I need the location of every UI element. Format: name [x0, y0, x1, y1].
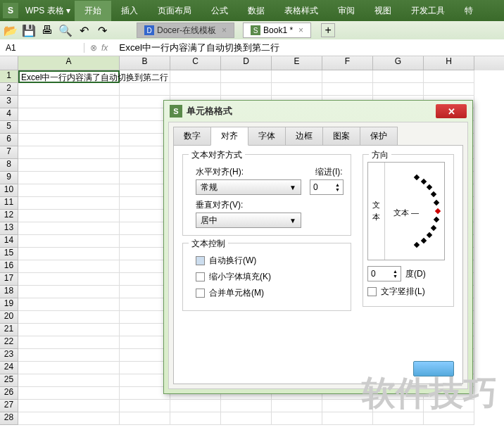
cell[interactable] — [18, 146, 120, 159]
row-header[interactable]: 23 — [0, 349, 18, 362]
cell[interactable] — [272, 412, 322, 425]
merge-checkbox-row[interactable]: 合并单元格(M) — [196, 287, 344, 299]
spin-up-icon[interactable]: ▲ — [393, 269, 398, 274]
cell[interactable] — [170, 412, 221, 425]
cell[interactable] — [18, 96, 120, 108]
row-header[interactable]: 17 — [0, 273, 18, 286]
tab-border[interactable]: 边框 — [285, 127, 323, 146]
cell[interactable] — [18, 311, 120, 324]
cell[interactable] — [120, 412, 170, 425]
formula-input[interactable] — [113, 42, 504, 53]
row-header[interactable]: 19 — [0, 298, 18, 311]
cell[interactable] — [424, 70, 474, 83]
row-header[interactable]: 1 — [0, 70, 18, 83]
open-icon[interactable]: 📂 — [4, 24, 17, 37]
cell[interactable] — [170, 400, 221, 412]
cell[interactable] — [272, 400, 322, 412]
row-header[interactable]: 18 — [0, 286, 18, 298]
cell[interactable] — [18, 273, 120, 286]
row-header[interactable]: 9 — [0, 172, 18, 184]
row-header[interactable]: 2 — [0, 83, 18, 96]
select-all-corner[interactable] — [0, 56, 18, 70]
cell[interactable] — [18, 374, 120, 387]
add-tab-button[interactable]: + — [321, 23, 335, 37]
row-header[interactable]: 24 — [0, 362, 18, 374]
col-header-a[interactable]: A — [18, 56, 120, 70]
tab-alignment[interactable]: 对齐 — [210, 127, 248, 146]
cell[interactable] — [170, 83, 221, 96]
ribbon-tab-review[interactable]: 审阅 — [328, 1, 365, 21]
cell[interactable] — [18, 197, 120, 210]
cell[interactable] — [170, 70, 221, 83]
preview-icon[interactable]: 🔍 — [59, 24, 72, 37]
doc-tab-book1[interactable]: S Book1 * × — [243, 23, 311, 38]
cell[interactable] — [18, 83, 120, 96]
orientation-vertical-button[interactable]: 文本 — [368, 163, 385, 260]
fx-cancel-icon[interactable]: ⊗ — [90, 43, 97, 53]
cell[interactable] — [18, 412, 120, 425]
row-header[interactable]: 8 — [0, 159, 18, 172]
row-header[interactable]: 15 — [0, 248, 18, 260]
row-header[interactable]: 27 — [0, 400, 18, 412]
row-header[interactable]: 12 — [0, 210, 18, 222]
close-icon[interactable]: × — [222, 25, 227, 35]
close-icon[interactable]: × — [298, 25, 303, 35]
cell[interactable] — [120, 83, 170, 96]
checkbox-icon[interactable] — [196, 272, 205, 281]
cell[interactable] — [221, 83, 272, 96]
checkbox-icon[interactable] — [196, 256, 205, 265]
row-header[interactable]: 10 — [0, 184, 18, 197]
redo-icon[interactable]: ↷ — [96, 24, 108, 37]
save-icon[interactable]: 💾 — [23, 24, 35, 37]
checkbox-icon[interactable] — [196, 289, 205, 298]
row-header[interactable]: 5 — [0, 121, 18, 134]
cell[interactable] — [424, 412, 474, 425]
row-header[interactable]: 14 — [0, 235, 18, 248]
col-header-c[interactable]: C — [170, 56, 221, 70]
row-header[interactable]: 4 — [0, 108, 18, 121]
ribbon-tab-dev[interactable]: 开发工具 — [401, 1, 455, 21]
cell[interactable] — [18, 210, 120, 222]
cell[interactable] — [18, 184, 120, 197]
cell[interactable] — [221, 70, 272, 83]
cell[interactable] — [18, 260, 120, 273]
row-header[interactable]: 16 — [0, 260, 18, 273]
cell[interactable] — [424, 400, 474, 412]
v-align-combo[interactable]: 居中▼ — [196, 213, 301, 228]
cell[interactable] — [373, 412, 424, 425]
cell[interactable] — [18, 134, 120, 146]
cell[interactable] — [18, 336, 120, 349]
row-header[interactable]: 26 — [0, 387, 18, 400]
indent-spinner[interactable]: 0 ▲▼ — [310, 179, 344, 195]
ribbon-tab-formula[interactable]: 公式 — [201, 1, 238, 21]
cell[interactable] — [322, 412, 373, 425]
col-header-f[interactable]: F — [322, 56, 373, 70]
tab-number[interactable]: 数字 — [173, 127, 211, 146]
row-header[interactable]: 3 — [0, 96, 18, 108]
ribbon-tab-start[interactable]: 开始 — [75, 1, 111, 21]
close-button[interactable]: ✕ — [436, 104, 467, 118]
h-align-combo[interactable]: 常规▼ — [196, 179, 301, 195]
cell[interactable] — [424, 83, 474, 96]
cell[interactable] — [221, 412, 272, 425]
cell-a1[interactable]: Excel中一行内容满了自动切换到第二行 — [18, 70, 120, 83]
degree-spinner[interactable]: 0 ▲▼ — [367, 266, 401, 281]
cell[interactable] — [18, 362, 120, 374]
shrink-checkbox-row[interactable]: 缩小字体填充(K) — [196, 271, 344, 283]
row-header[interactable]: 22 — [0, 336, 18, 349]
ribbon-tab-insert[interactable]: 插入 — [111, 1, 148, 21]
col-header-d[interactable]: D — [221, 56, 272, 70]
cell[interactable] — [272, 70, 322, 83]
cell[interactable] — [18, 286, 120, 298]
row-header[interactable]: 13 — [0, 222, 18, 235]
print-icon[interactable]: 🖶 — [41, 24, 53, 37]
tab-font[interactable]: 字体 — [248, 127, 286, 146]
row-header[interactable]: 11 — [0, 197, 18, 210]
cell[interactable] — [18, 400, 120, 412]
col-header-h[interactable]: H — [424, 56, 474, 70]
cell[interactable] — [120, 400, 170, 412]
ok-button[interactable] — [413, 361, 454, 376]
cell[interactable] — [373, 400, 424, 412]
cell[interactable] — [373, 70, 424, 83]
cell[interactable] — [221, 400, 272, 412]
